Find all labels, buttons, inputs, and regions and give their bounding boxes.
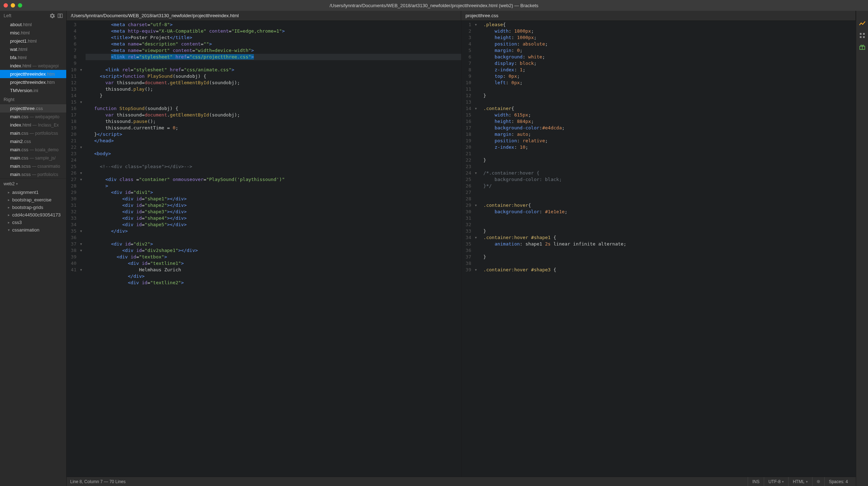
working-set-item[interactable]: project1.html (0, 37, 66, 45)
working-set-item[interactable]: wat.html (0, 45, 66, 53)
working-set-item[interactable]: about.html (0, 20, 66, 29)
chevron-down-icon: ▾ (16, 182, 18, 186)
cursor-position: Line 8, Column 7 — 70 Lines (70, 479, 126, 484)
tree-folder[interactable]: ▸assignment1 (0, 189, 66, 196)
close-button[interactable] (4, 3, 8, 8)
gear-icon[interactable] (50, 13, 55, 18)
working-set-item[interactable]: main.css — sample_js/ (0, 154, 66, 162)
working-set-item[interactable]: projectthreeindex.htm (0, 70, 66, 78)
right-pane-tab[interactable]: projectthree.css (461, 11, 856, 20)
svg-rect-3 (863, 33, 865, 35)
left-editor-pane[interactable]: 3 4 5 6 7 8 9 10 ▾ 11 12 13 14 15 ▾ 16 1… (67, 21, 462, 477)
working-set-item[interactable]: index.html — Inclass_Ex (0, 121, 66, 129)
working-set-item[interactable]: main.css — portfolio/css (0, 129, 66, 137)
sidebar-left-label: Left (4, 13, 11, 18)
gift-icon[interactable] (859, 44, 865, 50)
encoding-selector[interactable]: UTF-8▾ (764, 477, 788, 486)
extensions-rail (856, 11, 868, 486)
svg-rect-0 (58, 14, 60, 18)
indent-selector[interactable]: Spaces: 4 (824, 477, 852, 486)
tree-folder[interactable]: ▸bootstrap-grids (0, 204, 66, 211)
minimize-button[interactable] (11, 3, 15, 8)
working-set-item[interactable]: projectthreeindex.htm (0, 78, 66, 86)
working-set-item[interactable]: main.css — webpagepito (0, 113, 66, 121)
svg-rect-5 (863, 36, 865, 38)
project-dropdown[interactable]: web2 ▾ (0, 178, 66, 189)
working-set-item[interactable]: bfa.html (0, 53, 66, 62)
left-pane-tab[interactable]: /Users/lynntran/Documents/WEB_2018/art31… (67, 11, 461, 20)
lint-status[interactable] (812, 477, 824, 486)
sidebar-left-header: Left (0, 11, 66, 20)
sidebar: Left about.htmlmisc.htmlproject1.htmlwat… (0, 11, 67, 486)
right-editor-pane[interactable]: 1 ▾ 2 3 4 5 6 7 8 9 10 11 12 13 14 ▾ 15 … (462, 21, 856, 477)
window-title: /Users/lynntran/Documents/WEB_2018/art31… (0, 3, 868, 8)
svg-rect-2 (860, 33, 862, 35)
tree-folder[interactable]: ▸cdd4c44500c93054173 (0, 211, 66, 219)
statusbar: Line 8, Column 7 — 70 Lines INS UTF-8▾ H… (67, 477, 856, 486)
tree-folder[interactable]: ▸bootstrap_exercise (0, 196, 66, 204)
window-controls (4, 3, 22, 8)
status-dot-icon (817, 480, 820, 483)
working-set-item[interactable]: misc.html (0, 29, 66, 37)
working-set-item[interactable]: index.html — webpagepi (0, 62, 66, 70)
insert-mode[interactable]: INS (748, 477, 764, 486)
working-set-item[interactable]: TMVersion.ini (0, 86, 66, 95)
sidebar-right-header: Right (0, 95, 66, 104)
working-set-item[interactable]: projectthree.css (0, 104, 66, 113)
live-preview-icon[interactable] (859, 21, 865, 27)
svg-rect-4 (860, 36, 862, 38)
working-set-item[interactable]: main.css — koala_demo (0, 146, 66, 154)
svg-rect-1 (61, 14, 62, 18)
working-set-item[interactable]: main.scss — cssanimatio (0, 162, 66, 170)
maximize-button[interactable] (18, 3, 22, 8)
working-set-item[interactable]: main2.css (0, 137, 66, 146)
tree-folder[interactable]: ▸css3 (0, 219, 66, 226)
project-name: web2 (4, 181, 15, 186)
titlebar: /Users/lynntran/Documents/WEB_2018/art31… (0, 0, 868, 11)
working-set-item[interactable]: main.scss — portfolio/cs (0, 170, 66, 178)
sidebar-right-label: Right (4, 97, 14, 102)
tree-folder[interactable]: ▾cssanimation (0, 226, 66, 234)
language-selector[interactable]: HTML▾ (788, 477, 812, 486)
split-view-icon[interactable] (58, 13, 63, 18)
extension-manager-icon[interactable] (859, 32, 865, 39)
